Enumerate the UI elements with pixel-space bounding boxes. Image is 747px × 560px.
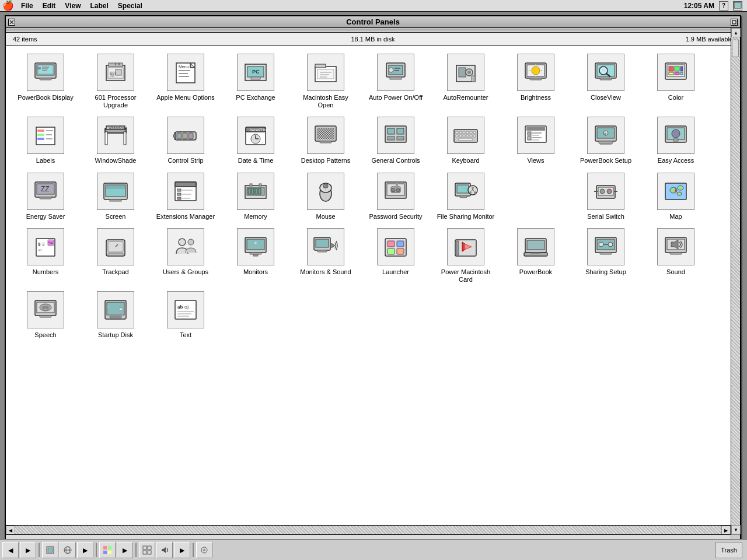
- svg-rect-168: [323, 184, 328, 188]
- finder-icon[interactable]: [733, 1, 742, 10]
- icon-labels[interactable]: Labels: [11, 113, 81, 169]
- taskbar-color[interactable]: [99, 542, 116, 558]
- close-button[interactable]: [8, 19, 15, 26]
- icon-screen[interactable]: Screen: [81, 169, 151, 225]
- icon-windowshade[interactable]: WindowShade WindowShade: [81, 113, 151, 169]
- zoom-button[interactable]: [731, 19, 738, 26]
- icon-monitors-sound[interactable]: Monitors & Sound: [291, 225, 361, 288]
- icon-closeview[interactable]: CloseView: [571, 50, 641, 113]
- taskbar-sound[interactable]: [156, 542, 173, 558]
- icon-speech[interactable]: Speech: [11, 288, 81, 343]
- scrollbar-vertical[interactable]: ▲ ▼: [731, 28, 740, 534]
- svg-rect-71: [675, 72, 679, 75]
- taskbar-play2[interactable]: ▶: [117, 542, 133, 558]
- icon-powerbook-display[interactable]: PowerBook Display: [11, 50, 81, 113]
- label-trackpad: Trackpad: [101, 268, 130, 276]
- icon-startup-disk[interactable]: ? Startup Disk: [81, 288, 151, 343]
- taskbar-play[interactable]: ▶: [77, 542, 93, 558]
- taskbar-settings[interactable]: [196, 542, 212, 558]
- taskbar-network[interactable]: [60, 542, 76, 558]
- icon-text[interactable]: ab αβ Text: [151, 288, 221, 343]
- svg-text:ZZ: ZZ: [41, 185, 50, 193]
- taskbar-forward[interactable]: ▶: [20, 542, 36, 558]
- svg-rect-72: [680, 72, 683, 75]
- label-brightness: Brightness: [519, 93, 552, 102]
- label-powerbook-setup: PowerBook Setup: [579, 156, 633, 165]
- svg-rect-105: [388, 136, 395, 140]
- icon-easy-access[interactable]: Easy Access: [641, 113, 711, 169]
- icon-trackpad[interactable]: Trackpad: [81, 225, 151, 288]
- scroll-track[interactable]: [731, 37, 740, 525]
- icon-brightness[interactable]: Brightness: [501, 50, 571, 113]
- icon-power-mac-card[interactable]: Power Macintosh Card: [431, 225, 501, 288]
- menu-edit[interactable]: Edit: [43, 2, 56, 10]
- scroll-thumb[interactable]: [732, 40, 739, 57]
- icon-mouse[interactable]: Mouse: [291, 169, 361, 225]
- taskbar-back[interactable]: ◀: [2, 542, 19, 558]
- icon-extensions-manager[interactable]: Extensions Manager: [151, 169, 221, 225]
- svg-rect-150: [175, 182, 196, 187]
- taskbar-home[interactable]: [42, 542, 58, 558]
- icon-numbers[interactable]: $ 3 00 5¢ Numbers: [11, 225, 81, 288]
- icon-users-groups[interactable]: Users & Groups: [151, 225, 221, 288]
- icon-map[interactable]: Map: [641, 169, 711, 225]
- label-power-mac-card: Power Macintosh Card: [434, 268, 498, 284]
- scroll-left-button[interactable]: ◀: [6, 526, 15, 535]
- item-count: 42 items: [13, 36, 253, 43]
- svg-rect-269: [108, 551, 111, 554]
- icon-color[interactable]: Color: [641, 50, 711, 113]
- scroll-up-button[interactable]: ▲: [731, 28, 741, 37]
- menu-view[interactable]: View: [65, 2, 81, 10]
- icon-monitors[interactable]: Monitors: [221, 225, 291, 288]
- svg-rect-177: [460, 196, 467, 198]
- menu-special[interactable]: Special: [118, 2, 142, 10]
- icon-easy-open[interactable]: Macintosh Easy Open: [291, 50, 361, 113]
- help-icon[interactable]: ?: [719, 1, 728, 10]
- icon-601-processor[interactable]: 600 040 601 Processor Upgrade: [81, 50, 151, 113]
- icon-pc-exchange[interactable]: PC PC Exchange: [221, 50, 291, 113]
- label-sound: Sound: [665, 268, 686, 276]
- icon-sound[interactable]: Sound: [641, 225, 711, 288]
- icon-password-security[interactable]: Password Security: [361, 169, 431, 225]
- icon-control-strip[interactable]: Control Strip: [151, 113, 221, 169]
- svg-rect-131: [599, 141, 613, 144]
- svg-rect-223: [397, 249, 404, 254]
- label-views: Views: [526, 156, 545, 165]
- icon-file-sharing[interactable]: File Sharing Monitor: [431, 169, 501, 225]
- icon-serial-switch[interactable]: Serial Switch: [571, 169, 641, 225]
- svg-rect-74: [37, 130, 44, 132]
- icon-memory[interactable]: Memory: [221, 169, 291, 225]
- icon-auto-power[interactable]: Auto Power On/Off: [361, 50, 431, 113]
- icon-general-controls[interactable]: General Controls: [361, 113, 431, 169]
- icon-apple-menu-options[interactable]: Menu Apple Menu Options: [151, 50, 221, 113]
- icon-views[interactable]: Views: [501, 113, 571, 169]
- icon-keyboard[interactable]: Keyboard: [431, 113, 501, 169]
- label-keyboard: Keyboard: [451, 156, 480, 165]
- taskbar-grid[interactable]: [139, 542, 155, 558]
- scrollbar-horizontal[interactable]: ◀ ▶: [6, 525, 731, 534]
- icon-date-time[interactable]: Date&Time Date & Time: [221, 113, 291, 169]
- svg-rect-58: [530, 78, 542, 80]
- label-apple-menu: Apple Menu Options: [155, 93, 216, 102]
- svg-rect-118: [470, 135, 472, 137]
- icon-energy-saver[interactable]: ZZ Energy Saver: [11, 169, 81, 225]
- label-easy-access: Easy Access: [657, 156, 695, 165]
- scroll-down-button[interactable]: ▼: [731, 525, 741, 534]
- svg-rect-271: [148, 546, 151, 550]
- svg-rect-35: [315, 64, 326, 68]
- menu-file[interactable]: File: [21, 2, 33, 10]
- trash-button[interactable]: Trash: [715, 542, 742, 558]
- icon-powerbook[interactable]: PowerBook: [501, 225, 571, 288]
- svg-rect-164: [259, 184, 261, 186]
- icon-autoremounter[interactable]: AutoRemounter: [431, 50, 501, 113]
- icon-desktop-patterns[interactable]: Desktop Patterns: [291, 113, 361, 169]
- taskbar-play3[interactable]: ▶: [174, 542, 190, 558]
- svg-point-42: [389, 68, 393, 72]
- scroll-right-button[interactable]: ▶: [721, 526, 731, 535]
- label-autoremounter: AutoRemounter: [442, 93, 489, 102]
- icon-powerbook-setup[interactable]: ⚙ PowerBook Setup: [571, 113, 641, 169]
- icon-launcher[interactable]: Launcher: [361, 225, 431, 288]
- apple-menu[interactable]: 🍎: [2, 0, 14, 11]
- menu-label[interactable]: Label: [90, 2, 108, 10]
- icon-sharing-setup[interactable]: Sharing Setup: [571, 225, 641, 288]
